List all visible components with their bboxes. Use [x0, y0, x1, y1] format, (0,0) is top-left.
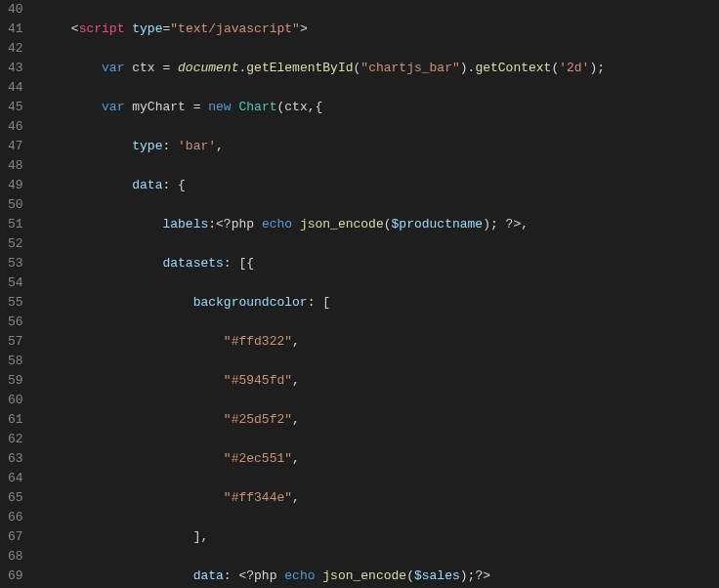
line-number: 58	[8, 352, 23, 371]
line-number: 45	[8, 98, 23, 117]
code-line[interactable]: "#5945fd",	[41, 371, 719, 391]
line-number: 54	[8, 273, 23, 293]
line-number: 48	[8, 156, 23, 176]
code-content[interactable]: <script type="text/javascript"> var ctx …	[33, 0, 719, 588]
code-line[interactable]: backgroundcolor: [	[41, 293, 719, 313]
code-line[interactable]: type: 'bar',	[41, 137, 719, 156]
line-number: 67	[8, 527, 23, 547]
code-line[interactable]: "#ffd322",	[41, 332, 719, 352]
line-number: 41	[8, 20, 23, 39]
code-line[interactable]: labels:<?php echo json_encode($productna…	[41, 215, 719, 234]
line-number: 51	[8, 215, 23, 234]
line-number: 42	[8, 39, 23, 59]
line-number: 43	[8, 59, 23, 78]
code-line[interactable]: "#25d5f2",	[41, 410, 719, 430]
line-number: 61	[8, 410, 23, 430]
code-line[interactable]: data: <?php echo json_encode($sales);?>	[41, 567, 719, 586]
code-line[interactable]: datasets: [{	[41, 254, 719, 273]
line-number: 56	[8, 313, 23, 332]
line-number: 46	[8, 117, 23, 137]
line-number: 66	[8, 508, 23, 527]
line-number: 60	[8, 391, 23, 410]
line-number: 40	[8, 0, 23, 20]
line-number: 59	[8, 371, 23, 391]
line-number: 47	[8, 137, 23, 156]
line-number: 44	[8, 78, 23, 98]
line-number: 52	[8, 234, 23, 254]
line-number: 62	[8, 430, 23, 449]
line-number: 64	[8, 469, 23, 488]
line-number: 50	[8, 195, 23, 215]
line-number: 57	[8, 332, 23, 352]
code-editor[interactable]: 40 41 42 43 44 45 46 47 48 49 50 51 52 5…	[0, 0, 719, 588]
line-number: 49	[8, 176, 23, 195]
line-number: 68	[8, 547, 23, 567]
line-number: 63	[8, 449, 23, 469]
code-line[interactable]: ],	[41, 527, 719, 547]
line-number: 55	[8, 293, 23, 313]
code-line[interactable]: data: {	[41, 176, 719, 195]
line-number: 65	[8, 488, 23, 508]
code-line[interactable]: "#2ec551",	[41, 449, 719, 469]
code-line[interactable]: <script type="text/javascript">	[41, 20, 719, 39]
code-line[interactable]: var ctx = document.getElementById("chart…	[41, 59, 719, 78]
line-number: 69	[8, 567, 23, 586]
code-line[interactable]: "#ff344e",	[41, 488, 719, 508]
code-line[interactable]: var myChart = new Chart(ctx,{	[41, 98, 719, 117]
line-number-gutter: 40 41 42 43 44 45 46 47 48 49 50 51 52 5…	[0, 0, 33, 588]
line-number: 53	[8, 254, 23, 273]
